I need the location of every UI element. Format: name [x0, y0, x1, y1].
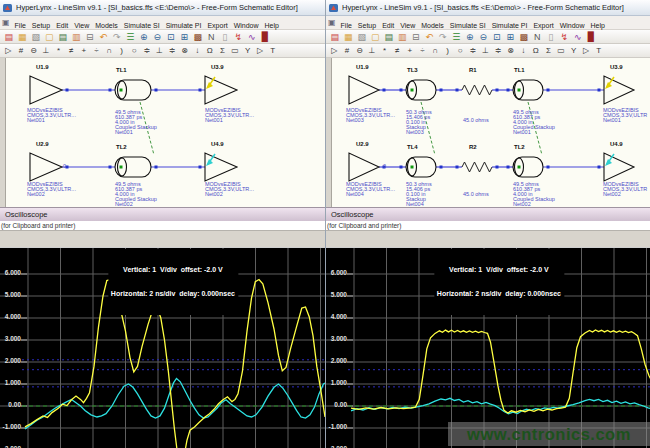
menu-edit[interactable]: Edit [53, 22, 71, 29]
crystal-icon[interactable]: ⊗ [504, 45, 517, 57]
crystal-icon[interactable]: ⊗ [178, 45, 191, 57]
capacitor-2-icon[interactable]: ≑ [166, 45, 179, 57]
print-icon[interactable]: ⊟ [83, 31, 97, 43]
save-icon[interactable]: ▤ [56, 31, 70, 43]
redo-icon[interactable]: ↷ [436, 31, 450, 43]
via-icon[interactable]: ○ [128, 45, 141, 57]
pulldown-icon[interactable]: ↓ [191, 45, 204, 57]
ground-2-icon[interactable]: ⊥ [479, 45, 492, 57]
menu-file[interactable]: File [338, 22, 355, 29]
undo-icon[interactable]: ↶ [423, 31, 437, 43]
save-all-icon[interactable]: ▥ [396, 31, 410, 43]
text-tool-icon[interactable]: T [266, 45, 279, 57]
add-pin-icon[interactable]: + [404, 45, 417, 57]
import-icon[interactable]: ▧ [355, 31, 369, 43]
menu-window[interactable]: Window [557, 22, 588, 29]
text-tool-icon[interactable]: T [592, 45, 605, 57]
zoom-out-icon[interactable]: ⊖ [151, 31, 165, 43]
stackup-editor-icon[interactable]: ☰ [450, 31, 464, 43]
schematic-canvas[interactable]: U1.9 TL1 U3.9 MODvsEZIBIS CMOS,3.3V,ULTR… [0, 58, 325, 207]
menu-simulate-si[interactable]: Simulate SI [121, 22, 163, 29]
menu-models[interactable]: Models [92, 22, 121, 29]
sum-block-icon[interactable]: Σ [216, 45, 229, 57]
via-icon[interactable]: ○ [454, 45, 467, 57]
box-part-icon[interactable]: ▭ [229, 45, 242, 57]
grid-snap-icon[interactable]: # [341, 45, 354, 57]
mdi-child-icon[interactable]: ▣ [2, 18, 10, 27]
splitter-icon[interactable]: ÷ [90, 45, 103, 57]
zoom-fit-icon[interactable]: ⊡ [490, 31, 504, 43]
menu-window[interactable]: Window [231, 22, 262, 29]
run-select-icon[interactable]: ▷ [2, 45, 15, 57]
y-network-icon[interactable]: Y [241, 45, 254, 57]
capacitor-icon[interactable]: ≑ [141, 45, 154, 57]
new-file-icon[interactable]: ▤ [328, 31, 342, 43]
add-pin-icon[interactable]: + [78, 45, 91, 57]
menu-setup[interactable]: Setup [29, 22, 53, 29]
menu-view[interactable]: View [397, 22, 418, 29]
menu-view[interactable]: View [71, 22, 92, 29]
zoom-out-icon[interactable]: ⊖ [477, 31, 491, 43]
arc-segment-icon[interactable]: ∩ [103, 45, 116, 57]
report-icon[interactable]: ▯ [218, 31, 232, 43]
import-icon[interactable]: ▧ [29, 31, 43, 43]
grid-snap-icon[interactable]: # [15, 45, 28, 57]
zoom-in-icon[interactable]: ⊕ [463, 31, 477, 43]
run-select-icon[interactable]: ▷ [328, 45, 341, 57]
y-network-icon[interactable]: Y [567, 45, 580, 57]
resistor-R2-symbol[interactable] [462, 162, 492, 172]
arc-segment-icon[interactable]: ∩ [429, 45, 442, 57]
zoom-in-icon[interactable]: ⊕ [137, 31, 151, 43]
menu-export[interactable]: Export [204, 22, 230, 29]
menu-export[interactable]: Export [530, 22, 556, 29]
spreadsheet-icon[interactable]: ▩ [191, 31, 205, 43]
capacitor-icon[interactable]: ≑ [467, 45, 480, 57]
save-all-icon[interactable]: ▥ [70, 31, 84, 43]
resistor-part-icon[interactable]: Ω [530, 45, 543, 57]
ground-2-icon[interactable]: ⊥ [153, 45, 166, 57]
splitter-icon[interactable]: ÷ [416, 45, 429, 57]
oscilloscope-icon[interactable]: ∿ [245, 31, 259, 43]
pulldown-icon[interactable]: ↓ [517, 45, 530, 57]
bracket-icon[interactable]: ) [115, 45, 128, 57]
close-file-icon[interactable]: ▢ [43, 31, 57, 43]
attach-probe-icon[interactable]: ↯ [558, 31, 572, 43]
netlist-icon[interactable]: N [531, 31, 545, 43]
resistor-part-icon[interactable]: Ω [204, 45, 217, 57]
differential-pair-icon[interactable]: ≠ [391, 45, 404, 57]
menu-file[interactable]: File [12, 22, 29, 29]
ground-icon[interactable]: ⊥ [366, 45, 379, 57]
menu-simulate-pi[interactable]: Simulate PI [489, 22, 531, 29]
menu-help[interactable]: Help [262, 22, 282, 29]
junction-star-icon[interactable]: * [378, 45, 391, 57]
driver-part-icon[interactable]: ▷ [580, 45, 593, 57]
ic-buffer-icon[interactable]: ⊖ [27, 45, 40, 57]
menu-setup[interactable]: Setup [355, 22, 379, 29]
redo-icon[interactable]: ↷ [110, 31, 124, 43]
pan-icon[interactable]: ⊞ [178, 31, 192, 43]
board-view-icon[interactable]: ▉ [585, 31, 599, 43]
driver-part-icon[interactable]: ▷ [254, 45, 267, 57]
ground-icon[interactable]: ⊥ [40, 45, 53, 57]
oscilloscope-icon[interactable]: ∿ [571, 31, 585, 43]
junction-star-icon[interactable]: * [52, 45, 65, 57]
resistor-R1-symbol[interactable] [462, 85, 492, 95]
capacitor-2-icon[interactable]: ≑ [492, 45, 505, 57]
report-icon[interactable]: ▯ [544, 31, 558, 43]
driver-U1-symbol[interactable] [30, 76, 62, 104]
menu-simulate-si[interactable]: Simulate SI [447, 22, 489, 29]
close-file-icon[interactable]: ▢ [369, 31, 383, 43]
ic-buffer-icon[interactable]: ⊖ [353, 45, 366, 57]
receiver-U3-symbol[interactable] [604, 76, 634, 104]
receiver-U4-symbol[interactable] [604, 153, 634, 181]
board-view-icon[interactable]: ▉ [259, 31, 273, 43]
driver-U2-symbol[interactable] [30, 153, 62, 181]
driver-U1-symbol[interactable] [349, 76, 379, 104]
menu-simulate-pi[interactable]: Simulate PI [163, 22, 205, 29]
attach-probe-icon[interactable]: ↯ [232, 31, 246, 43]
print-icon[interactable]: ⊟ [409, 31, 423, 43]
sum-block-icon[interactable]: Σ [542, 45, 555, 57]
box-part-icon[interactable]: ▭ [555, 45, 568, 57]
save-icon[interactable]: ▤ [382, 31, 396, 43]
spreadsheet-icon[interactable]: ▩ [517, 31, 531, 43]
